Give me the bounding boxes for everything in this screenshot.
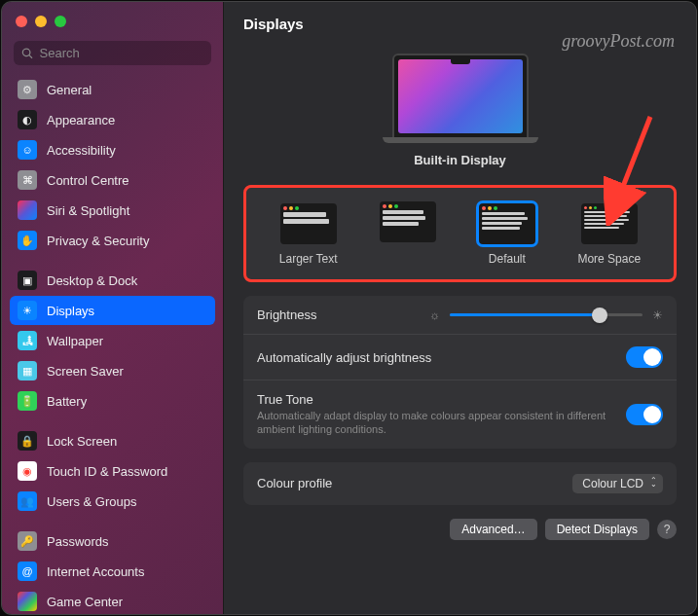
window-controls bbox=[2, 2, 223, 37]
sidebar-item-general[interactable]: ⚙General bbox=[10, 75, 215, 104]
appearance-icon: ◐ bbox=[18, 110, 37, 129]
sidebar-item-label: Wallpaper bbox=[47, 334, 103, 348]
brightness-slider[interactable] bbox=[450, 313, 643, 316]
truetone-row: True Tone Automatically adapt display to… bbox=[243, 380, 677, 449]
sidebar-item-label: Touch ID & Password bbox=[47, 464, 167, 479]
brightness-slider-wrap: ☼ ☀ bbox=[429, 308, 663, 322]
sidebar-item-displays[interactable]: ☀Displays bbox=[10, 296, 215, 325]
close-window-button[interactable] bbox=[16, 16, 27, 27]
fingerprint-icon: ◉ bbox=[18, 461, 37, 481]
help-button[interactable]: ? bbox=[657, 520, 677, 539]
displays-icon: ☀ bbox=[18, 301, 37, 320]
resolution-thumb bbox=[479, 203, 535, 244]
display-preview: Built-in Display bbox=[243, 44, 677, 185]
resolution-option-more-space[interactable]: More Space bbox=[577, 203, 641, 266]
brightness-settings: Brightness ☼ ☀ Automatically adjust brig… bbox=[243, 296, 677, 449]
siri-icon bbox=[18, 200, 37, 220]
main-content: Displays Built-in Display Larger Text bbox=[224, 2, 696, 614]
sidebar-item-privacy[interactable]: ✋Privacy & Security bbox=[10, 226, 215, 255]
wallpaper-icon: 🏞 bbox=[18, 331, 37, 350]
control-centre-icon: ⌘ bbox=[18, 170, 37, 190]
colour-profile-label: Colour profile bbox=[257, 476, 332, 490]
key-icon: 🔑 bbox=[18, 531, 37, 551]
colour-profile-block: Colour profile Colour LCD ⌃⌄ bbox=[243, 462, 677, 505]
sidebar-item-label: Passwords bbox=[47, 534, 109, 549]
detect-displays-button[interactable]: Detect Displays bbox=[545, 519, 649, 540]
sidebar-list: ⚙General ◐Appearance ☺Accessibility ⌘Con… bbox=[2, 75, 223, 614]
accessibility-icon: ☺ bbox=[18, 140, 37, 160]
sidebar-item-game-center[interactable]: Game Center bbox=[10, 587, 215, 614]
sun-dim-icon: ☼ bbox=[429, 308, 440, 322]
resolution-thumb bbox=[380, 201, 436, 242]
sidebar-item-label: Accessibility bbox=[47, 143, 116, 158]
bottom-buttons: Advanced… Detect Displays ? bbox=[243, 519, 677, 540]
advanced-button[interactable]: Advanced… bbox=[450, 519, 536, 540]
auto-brightness-toggle[interactable] bbox=[626, 346, 663, 368]
sidebar-item-label: Lock Screen bbox=[47, 434, 117, 449]
sidebar-item-label: General bbox=[47, 83, 92, 97]
minimize-window-button[interactable] bbox=[35, 16, 47, 27]
sidebar-item-label: Battery bbox=[47, 394, 87, 409]
sidebar-item-appearance[interactable]: ◐Appearance bbox=[10, 105, 215, 134]
colour-profile-select[interactable]: Colour LCD ⌃⌄ bbox=[572, 474, 663, 493]
sidebar-item-screen-saver[interactable]: ▦Screen Saver bbox=[10, 356, 215, 385]
chevron-updown-icon: ⌃⌄ bbox=[650, 479, 657, 489]
sidebar-item-label: Siri & Spotlight bbox=[47, 203, 129, 218]
brightness-row: Brightness ☼ ☀ bbox=[243, 296, 677, 335]
colour-profile-row: Colour profile Colour LCD ⌃⌄ bbox=[243, 462, 677, 505]
resolution-option-default[interactable]: Default bbox=[479, 203, 535, 266]
resolution-option-larger-text[interactable]: Larger Text bbox=[279, 203, 338, 266]
sidebar-item-label: Displays bbox=[47, 304, 94, 318]
gear-icon: ⚙ bbox=[18, 80, 37, 99]
truetone-toggle[interactable] bbox=[626, 404, 663, 425]
sidebar-item-label: Appearance bbox=[47, 113, 115, 127]
sidebar-item-label: Screen Saver bbox=[47, 364, 124, 379]
display-name: Built-in Display bbox=[414, 153, 506, 167]
sidebar-item-desktop-dock[interactable]: ▣Desktop & Dock bbox=[10, 266, 215, 295]
search-input[interactable] bbox=[40, 46, 203, 60]
auto-brightness-label: Automatically adjust brightness bbox=[257, 350, 431, 365]
resolution-thumb bbox=[581, 203, 638, 244]
sidebar-item-users-groups[interactable]: 👥Users & Groups bbox=[10, 487, 215, 516]
page-title: Displays bbox=[243, 16, 677, 32]
laptop-graphic bbox=[392, 54, 529, 139]
sidebar-item-accessibility[interactable]: ☺Accessibility bbox=[10, 135, 215, 164]
search-icon bbox=[21, 47, 34, 60]
sidebar-item-passwords[interactable]: 🔑Passwords bbox=[10, 526, 215, 556]
resolution-picker: Larger Text bbox=[243, 185, 677, 282]
sidebar-item-label: Users & Groups bbox=[47, 494, 136, 509]
privacy-icon: ✋ bbox=[18, 231, 37, 250]
sidebar-item-touch-id[interactable]: ◉Touch ID & Password bbox=[10, 456, 215, 486]
system-settings-window: ⚙General ◐Appearance ☺Accessibility ⌘Con… bbox=[2, 2, 696, 614]
at-icon: @ bbox=[18, 562, 37, 581]
resolution-option-2[interactable] bbox=[380, 201, 436, 266]
lock-icon: 🔒 bbox=[18, 431, 37, 451]
sun-bright-icon: ☀ bbox=[652, 308, 663, 322]
sidebar-item-wallpaper[interactable]: 🏞Wallpaper bbox=[10, 326, 215, 355]
sidebar-item-label: Desktop & Dock bbox=[47, 273, 137, 288]
sidebar-item-battery[interactable]: 🔋Battery bbox=[10, 386, 215, 416]
truetone-description: Automatically adapt display to make colo… bbox=[257, 409, 626, 437]
resolution-thumb bbox=[280, 203, 337, 244]
sidebar-item-lock-screen[interactable]: 🔒Lock Screen bbox=[10, 426, 215, 455]
fullscreen-window-button[interactable] bbox=[55, 16, 66, 27]
auto-brightness-row: Automatically adjust brightness bbox=[243, 335, 677, 380]
sidebar-item-siri[interactable]: Siri & Spotlight bbox=[10, 196, 215, 225]
sidebar-item-label: Game Center bbox=[47, 595, 123, 609]
desktop-icon: ▣ bbox=[18, 271, 37, 290]
resolution-label: More Space bbox=[577, 252, 641, 266]
battery-icon: 🔋 bbox=[18, 391, 37, 411]
search-box[interactable] bbox=[14, 41, 211, 65]
sidebar-item-control-centre[interactable]: ⌘Control Centre bbox=[10, 165, 215, 195]
brightness-label: Brightness bbox=[257, 308, 316, 322]
users-icon: 👥 bbox=[18, 491, 37, 511]
resolution-label: Larger Text bbox=[279, 252, 338, 266]
header: Displays bbox=[224, 2, 696, 44]
colour-profile-value: Colour LCD bbox=[582, 477, 643, 490]
sidebar: ⚙General ◐Appearance ☺Accessibility ⌘Con… bbox=[2, 2, 224, 614]
resolution-label: Default bbox=[489, 252, 526, 266]
gamecenter-icon bbox=[18, 592, 37, 611]
sidebar-item-internet-accounts[interactable]: @Internet Accounts bbox=[10, 557, 215, 586]
sidebar-item-label: Privacy & Security bbox=[47, 234, 149, 248]
sidebar-item-label: Control Centre bbox=[47, 173, 129, 188]
